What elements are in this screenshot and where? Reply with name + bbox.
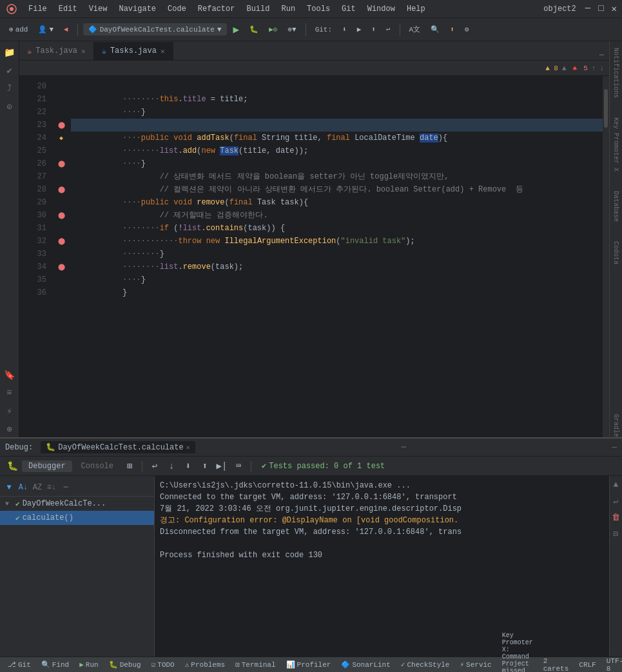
- translate-button[interactable]: A文: [405, 23, 425, 36]
- debug-run-to-cursor-button[interactable]: ▶|: [215, 459, 229, 473]
- debug-rerun-button[interactable]: 🐛: [5, 459, 19, 473]
- right-panel-database[interactable]: Database: [612, 191, 619, 222]
- minimize-button[interactable]: ─: [585, 3, 590, 14]
- debug-tree-btn-3[interactable]: AZ: [31, 481, 44, 494]
- run-button[interactable]: ▶: [229, 21, 244, 38]
- editor-scrollbar[interactable]: [603, 76, 609, 437]
- status-profiler-item[interactable]: 📊 Profiler: [284, 660, 334, 669]
- maximize-button[interactable]: □: [598, 3, 603, 14]
- debug-wrap-icon[interactable]: ↵: [614, 496, 619, 506]
- right-panel-codota[interactable]: Codota: [612, 241, 619, 264]
- git-revert-button[interactable]: ↩: [382, 23, 394, 35]
- sidebar-pull-requests-icon[interactable]: ⤴: [1, 80, 18, 97]
- coverage-button[interactable]: ▶⊙: [265, 23, 281, 35]
- debug-step-over-button[interactable]: ↓: [164, 459, 179, 473]
- tab-more-button[interactable]: ⋯: [594, 50, 609, 60]
- gutter-28-breakpoint[interactable]: ⬤: [52, 183, 71, 196]
- right-panel-notifications[interactable]: Notifications: [612, 48, 619, 98]
- debug-tab-console[interactable]: Console: [75, 460, 120, 472]
- sidebar-structure-icon[interactable]: ≡: [1, 384, 18, 401]
- menu-help[interactable]: Help: [402, 3, 431, 15]
- debug-tree-item-calculate[interactable]: ✔ calculate(): [0, 511, 154, 525]
- gutter-26-breakpoint[interactable]: ⬤: [52, 157, 71, 170]
- debug-tree-btn-1[interactable]: ▼: [3, 481, 15, 494]
- debug-tab-debugger[interactable]: Debugger: [22, 460, 72, 472]
- status-find-item[interactable]: 🔍 Find: [39, 660, 72, 669]
- gutter-23-breakpoint[interactable]: ⬤: [52, 119, 71, 132]
- tab-tasks-java-close[interactable]: ✕: [160, 47, 165, 55]
- status-carets[interactable]: 2 carets: [541, 657, 572, 673]
- error-up-icon[interactable]: ▲: [562, 64, 567, 72]
- menu-navigate[interactable]: Navigate: [113, 3, 161, 15]
- menu-code[interactable]: Code: [162, 3, 191, 15]
- debug-tree-btn-4[interactable]: ≡↓: [45, 481, 58, 494]
- right-panel-key-promoter[interactable]: Key Promoter X: [612, 117, 619, 172]
- git-pull-button[interactable]: ⬆: [367, 23, 380, 35]
- status-checkstyle-item[interactable]: ✓ CheckStyle: [398, 660, 452, 669]
- debug-tab-file[interactable]: 🐛 DayOfWeekCalcTest.calculate ✕: [41, 441, 195, 453]
- debug-layout-button[interactable]: ⊞: [122, 459, 137, 473]
- gutter-32-breakpoint[interactable]: ⬤: [52, 235, 71, 248]
- status-encoding[interactable]: UTF-8: [604, 657, 622, 673]
- add-button[interactable]: ⊕ add: [5, 23, 32, 35]
- error-up-btn[interactable]: ↑: [592, 64, 596, 72]
- debug-clear-icon[interactable]: 🗑: [612, 513, 620, 522]
- back-button[interactable]: ◄: [60, 24, 72, 35]
- status-debug-item[interactable]: 🐛 Debug: [106, 660, 144, 669]
- sidebar-bookmarks-icon[interactable]: 🔖: [1, 366, 18, 383]
- debug-tree-item-main[interactable]: ▼ ✔ DayOfWeekCalcTe...: [0, 497, 154, 511]
- menu-run[interactable]: Run: [276, 3, 300, 15]
- menu-build[interactable]: Build: [241, 3, 275, 15]
- tab-tasks-java[interactable]: ☕ Tasks.java ✕: [94, 42, 173, 60]
- status-terminal-item[interactable]: ⊡ Terminal: [233, 660, 278, 669]
- status-problems-item[interactable]: ⚠ Problems: [182, 660, 228, 669]
- menu-refactor[interactable]: Refactor: [193, 3, 240, 15]
- debug-step-into-button[interactable]: ⬇: [181, 459, 195, 473]
- debug-tree-btn-more[interactable]: ⋯: [59, 481, 72, 494]
- menu-git[interactable]: Git: [336, 3, 361, 15]
- menu-view[interactable]: View: [84, 3, 113, 15]
- status-servic-item[interactable]: ⚡ Servic: [457, 660, 494, 669]
- menu-tools[interactable]: Tools: [302, 3, 335, 15]
- debug-console[interactable]: C:\Users\is2js\.jdks\corretto-11.0.15\bi…: [155, 476, 609, 657]
- debug-evaluate-button[interactable]: ⌨: [231, 459, 246, 473]
- more-run-button[interactable]: ⊕▼: [284, 23, 300, 35]
- git-push-button[interactable]: ▶: [353, 23, 365, 35]
- tab-task-java[interactable]: ☕ Task.java ✕: [19, 42, 94, 60]
- debug-step-out-button[interactable]: ⬆: [198, 459, 212, 473]
- debug-tree-btn-2[interactable]: A↓: [17, 481, 30, 494]
- status-line-ending[interactable]: CRLF: [576, 661, 598, 669]
- debug-scroll-up-icon[interactable]: ▲: [614, 480, 619, 489]
- right-panel-gradle[interactable]: Gradle: [612, 414, 619, 437]
- upload-button[interactable]: ⬆: [446, 23, 458, 35]
- gutter-30-breakpoint[interactable]: ⬤: [52, 209, 71, 222]
- sidebar-commit-icon[interactable]: ✔: [1, 62, 18, 79]
- tab-task-java-close[interactable]: ✕: [81, 47, 86, 55]
- git-button[interactable]: Git:: [311, 24, 336, 35]
- debug-resume-button[interactable]: ↩: [148, 459, 162, 473]
- sidebar-project-icon[interactable]: 📁: [1, 44, 18, 61]
- vcs-button[interactable]: 👤 ▼: [34, 23, 57, 35]
- status-git-item[interactable]: ⎇ Git: [5, 660, 34, 669]
- menu-edit[interactable]: Edit: [53, 3, 83, 15]
- debug-run-button[interactable]: 🐛: [246, 23, 262, 35]
- search-button[interactable]: 🔍: [427, 23, 443, 35]
- sidebar-github-icon[interactable]: ⊙: [1, 98, 18, 115]
- code-lines[interactable]: ········this.title = title; ····} ····pu…: [71, 76, 603, 437]
- debug-minimize-button[interactable]: ─: [612, 443, 617, 452]
- debug-filter-icon[interactable]: ⊟: [614, 529, 619, 539]
- gutter-34-breakpoint[interactable]: ⬤: [52, 261, 71, 273]
- status-sonar-item[interactable]: 🔷 SonarLint: [338, 660, 393, 669]
- menu-window[interactable]: Window: [362, 3, 400, 15]
- menu-file[interactable]: File: [23, 3, 52, 15]
- status-todo-item[interactable]: ☑ TODO: [149, 660, 177, 669]
- sidebar-services-icon[interactable]: ⚡: [1, 402, 18, 419]
- scroll-thumb[interactable]: [604, 89, 608, 128]
- debug-more-button[interactable]: ⋯: [402, 442, 406, 452]
- error-down-btn[interactable]: ↓: [599, 64, 604, 72]
- run-config-selector[interactable]: 🔷 DayOfWeekCalcTest.calculate ▼: [83, 23, 227, 35]
- sidebar-bottom-icon[interactable]: ⊕: [1, 420, 18, 437]
- status-run-item[interactable]: ▶ Run: [77, 660, 101, 669]
- settings-button[interactable]: ⚙: [461, 23, 473, 35]
- git-fetch-button[interactable]: ⬇: [338, 23, 351, 35]
